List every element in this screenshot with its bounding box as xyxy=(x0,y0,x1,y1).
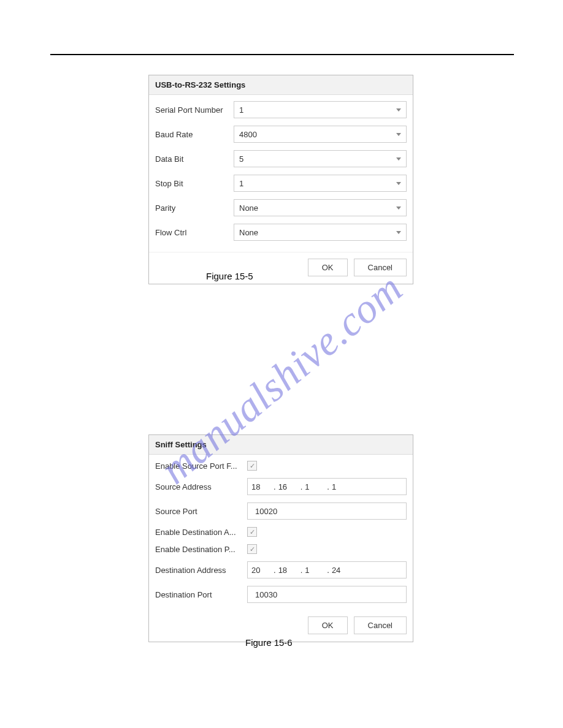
dot-icon: . xyxy=(327,566,329,575)
chevron-down-icon xyxy=(396,108,401,112)
row-destination-port: Destination Port 10030 xyxy=(149,582,413,607)
label-stop-bit: Stop Bit xyxy=(155,179,234,188)
chevron-down-icon xyxy=(396,157,401,161)
panel-title: USB-to-RS-232 Settings xyxy=(149,75,413,95)
ip-octet: 18 xyxy=(278,566,298,575)
panel-body: Serial Port Number 1 Baud Rate 4800 Data… xyxy=(149,95,413,252)
select-value: 1 xyxy=(239,105,243,115)
ok-button[interactable]: OK xyxy=(308,616,348,634)
label-flow-ctrl: Flow Ctrl xyxy=(155,228,234,237)
row-enable-dest-address: Enable Destination A... ✓ xyxy=(149,523,413,540)
ip-octet: 1 xyxy=(332,482,351,491)
input-source-port[interactable]: 10020 xyxy=(247,502,407,520)
sniff-settings-panel: Sniff Settings Enable Source Port F... ✓… xyxy=(148,434,413,642)
row-destination-address: Destination Address 20 . 18 . 1 . 24 xyxy=(149,558,413,582)
figure-caption-15-5: Figure 15-5 xyxy=(206,271,253,281)
label-data-bit: Data Bit xyxy=(155,154,234,164)
label-source-port: Source Port xyxy=(155,507,247,516)
label-destination-port: Destination Port xyxy=(155,590,247,599)
row-enable-source-port: Enable Source Port F... ✓ xyxy=(149,457,413,474)
row-source-address: Source Address 18 . 16 . 1 . 1 xyxy=(149,474,413,499)
label-baud-rate: Baud Rate xyxy=(155,130,234,139)
dot-icon: . xyxy=(301,482,303,491)
select-value: 1 xyxy=(239,179,243,188)
ip-octet: 16 xyxy=(278,482,298,491)
row-flow-ctrl: Flow Ctrl None xyxy=(149,220,413,245)
row-stop-bit: Stop Bit 1 xyxy=(149,171,413,195)
label-enable-dest-port: Enable Destination P... xyxy=(155,545,247,554)
label-source-address: Source Address xyxy=(155,482,247,491)
label-serial-port: Serial Port Number xyxy=(155,105,234,115)
row-parity: Parity None xyxy=(149,195,413,220)
select-value: 4800 xyxy=(239,130,257,139)
input-destination-address[interactable]: 20 . 18 . 1 . 24 xyxy=(247,561,407,578)
ok-button[interactable]: OK xyxy=(308,259,348,276)
dot-icon: . xyxy=(301,566,303,575)
row-enable-dest-port: Enable Destination P... ✓ xyxy=(149,540,413,558)
label-enable-dest-address: Enable Destination A... xyxy=(155,528,247,537)
ip-octet: 20 xyxy=(251,566,271,575)
row-data-bit: Data Bit 5 xyxy=(149,146,413,171)
row-source-port: Source Port 10020 xyxy=(149,499,413,523)
dot-icon: . xyxy=(327,482,329,491)
input-value: 10020 xyxy=(255,507,277,516)
ip-octet: 18 xyxy=(251,482,271,491)
dot-icon: . xyxy=(274,482,276,491)
checkbox-enable-dest-port[interactable]: ✓ xyxy=(247,544,257,554)
panel-body: Enable Source Port F... ✓ Source Address… xyxy=(149,455,413,614)
select-data-bit[interactable]: 5 xyxy=(234,150,407,167)
dot-icon: . xyxy=(274,566,276,575)
ip-octet: 1 xyxy=(305,566,324,575)
ip-octet: 24 xyxy=(332,566,351,575)
label-enable-source-port: Enable Source Port F... xyxy=(155,461,247,471)
select-flow-ctrl[interactable]: None xyxy=(234,224,407,241)
select-serial-port[interactable]: 1 xyxy=(234,101,407,118)
select-value: None xyxy=(239,203,258,213)
label-destination-address: Destination Address xyxy=(155,566,247,575)
row-serial-port: Serial Port Number 1 xyxy=(149,97,413,122)
cancel-button[interactable]: Cancel xyxy=(354,259,407,276)
input-value: 10030 xyxy=(255,590,277,599)
select-baud-rate[interactable]: 4800 xyxy=(234,126,407,143)
input-destination-port[interactable]: 10030 xyxy=(247,586,407,603)
select-value: None xyxy=(239,228,258,237)
chevron-down-icon xyxy=(396,207,401,210)
ip-octet: 1 xyxy=(305,482,324,491)
checkbox-enable-dest-address[interactable]: ✓ xyxy=(247,527,257,537)
cancel-button[interactable]: Cancel xyxy=(354,616,407,634)
usb-rs232-settings-panel: USB-to-RS-232 Settings Serial Port Numbe… xyxy=(148,75,413,284)
select-stop-bit[interactable]: 1 xyxy=(234,175,407,192)
figure-caption-15-6: Figure 15-6 xyxy=(245,637,293,648)
label-parity: Parity xyxy=(155,203,234,213)
panel-title: Sniff Settings xyxy=(149,435,413,455)
input-source-address[interactable]: 18 . 16 . 1 . 1 xyxy=(247,478,407,495)
select-parity[interactable]: None xyxy=(234,199,407,216)
checkbox-enable-source-port[interactable]: ✓ xyxy=(247,461,257,471)
page-top-rule xyxy=(50,54,514,55)
select-value: 5 xyxy=(239,154,243,164)
chevron-down-icon xyxy=(396,231,401,234)
chevron-down-icon xyxy=(396,133,401,136)
panel-footer: OK Cancel xyxy=(149,252,413,284)
chevron-down-icon xyxy=(396,182,401,185)
row-baud-rate: Baud Rate 4800 xyxy=(149,122,413,146)
